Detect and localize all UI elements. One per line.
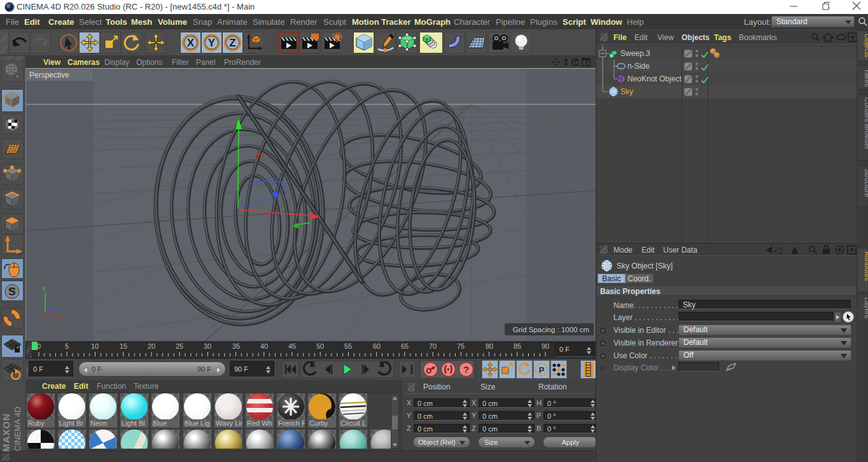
- svg-text:Layers: Layers: [864, 297, 868, 319]
- svg-text:Attributes: Attributes: [864, 251, 868, 281]
- svg-text:Objects: Objects: [864, 34, 868, 58]
- svg-text:Grid Spacing : 1000 cm: Grid Spacing : 1000 cm: [513, 326, 589, 333]
- svg-text:?: ?: [463, 364, 469, 375]
- svg-text:Content Browser: Content Browser: [864, 97, 868, 150]
- svg-text:X: X: [187, 37, 195, 49]
- svg-text:Y: Y: [42, 286, 46, 293]
- svg-text:S: S: [8, 286, 15, 298]
- svg-text:Z: Z: [54, 306, 58, 313]
- svg-text:Z: Z: [229, 37, 235, 49]
- svg-text:X: X: [58, 316, 62, 323]
- svg-text:P: P: [539, 365, 545, 375]
- svg-text:Y: Y: [208, 37, 216, 49]
- svg-text:Structure: Structure: [864, 169, 868, 197]
- svg-text:Takes: Takes: [864, 69, 868, 87]
